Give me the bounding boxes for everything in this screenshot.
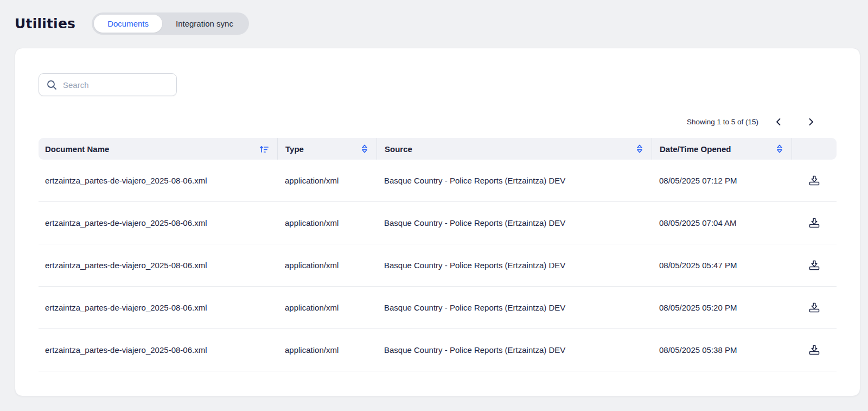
chevron-right-icon [807, 118, 814, 126]
table-header-row: Document Name Type Source Date/Time Open… [39, 138, 837, 160]
date-time-opened-cell: 08/05/2025 05:38 PM [652, 345, 792, 355]
chevron-left-icon [775, 118, 782, 126]
table-row: ertzaintza_partes-de-viajero_2025-08-06.… [39, 329, 837, 371]
type-cell: application/xml [277, 261, 376, 270]
pagination-next-button[interactable] [803, 114, 818, 129]
download-icon [808, 302, 820, 313]
sort-toggle-icon[interactable] [361, 144, 368, 153]
documents-table: Document Name Type Source Date/Time Open… [39, 138, 837, 371]
top-bar: Utilities Documents Integration sync [15, 11, 249, 35]
type-cell: application/xml [277, 345, 376, 355]
document-name-cell: ertzaintza_partes-de-viajero_2025-08-06.… [39, 218, 277, 227]
date-time-opened-cell: 08/05/2025 07:12 PM [652, 176, 792, 185]
column-header-document-name[interactable]: Document Name [39, 138, 277, 160]
tab-documents[interactable]: Documents [94, 15, 162, 33]
tab-group: Documents Integration sync [92, 12, 249, 35]
search-box [39, 73, 177, 96]
type-cell: application/xml [277, 176, 376, 185]
source-cell: Basque Country - Police Reports (Ertzain… [376, 176, 652, 185]
date-time-opened-cell: 08/05/2025 05:47 PM [652, 261, 792, 270]
column-header-date-time-opened[interactable]: Date/Time Opened [652, 138, 792, 160]
source-cell: Basque Country - Police Reports (Ertzain… [376, 218, 652, 227]
document-name-cell: ertzaintza_partes-de-viajero_2025-08-06.… [39, 345, 277, 355]
page-title: Utilities [15, 16, 75, 31]
pagination-summary: Showing 1 to 5 of (15) [687, 118, 758, 126]
documents-card: Showing 1 to 5 of (15) Document Name Typ… [15, 48, 860, 396]
document-name-cell: ertzaintza_partes-de-viajero_2025-08-06.… [39, 303, 277, 312]
table-row: ertzaintza_partes-de-viajero_2025-08-06.… [39, 202, 837, 244]
tab-integration-sync[interactable]: Integration sync [162, 15, 247, 33]
document-name-cell: ertzaintza_partes-de-viajero_2025-08-06.… [39, 176, 277, 185]
search-icon [47, 80, 56, 90]
download-button[interactable] [806, 172, 823, 189]
download-button[interactable] [806, 214, 823, 232]
date-time-opened-cell: 08/05/2025 05:20 PM [652, 303, 792, 312]
pagination-bar: Showing 1 to 5 of (15) [39, 113, 837, 130]
pagination-prev-button[interactable] [770, 114, 786, 129]
type-cell: application/xml [277, 218, 376, 227]
column-header-source[interactable]: Source [376, 138, 652, 160]
download-icon [808, 344, 820, 356]
document-name-cell: ertzaintza_partes-de-viajero_2025-08-06.… [39, 261, 277, 270]
sort-ascending-icon[interactable] [259, 145, 269, 153]
date-time-opened-cell: 08/05/2025 07:04 AM [652, 218, 792, 227]
download-button[interactable] [806, 299, 823, 317]
download-icon [808, 260, 820, 271]
search-input[interactable] [62, 80, 170, 90]
sort-toggle-icon[interactable] [776, 144, 783, 153]
type-cell: application/xml [277, 303, 376, 312]
source-cell: Basque Country - Police Reports (Ertzain… [376, 261, 652, 270]
sort-toggle-icon[interactable] [636, 144, 643, 153]
table-row: ertzaintza_partes-de-viajero_2025-08-06.… [39, 287, 837, 329]
download-icon [808, 175, 820, 186]
table-row: ertzaintza_partes-de-viajero_2025-08-06.… [39, 244, 837, 287]
download-icon [808, 217, 820, 229]
column-header-type[interactable]: Type [277, 138, 376, 160]
source-cell: Basque Country - Police Reports (Ertzain… [376, 345, 652, 355]
source-cell: Basque Country - Police Reports (Ertzain… [376, 303, 652, 312]
table-body: ertzaintza_partes-de-viajero_2025-08-06.… [39, 160, 837, 371]
table-row: ertzaintza_partes-de-viajero_2025-08-06.… [39, 160, 837, 202]
download-button[interactable] [806, 257, 823, 274]
column-header-actions [792, 138, 837, 160]
download-button[interactable] [806, 342, 823, 359]
